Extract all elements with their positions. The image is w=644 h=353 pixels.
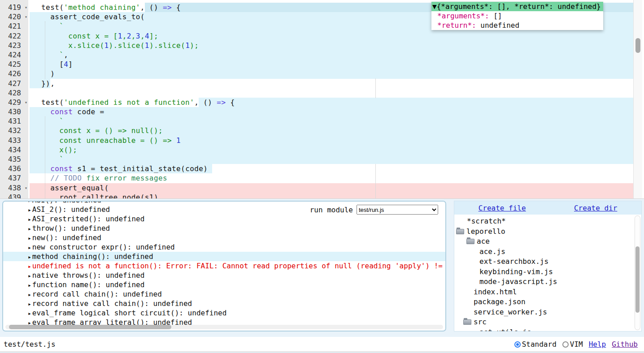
line-number[interactable]: 431	[8, 117, 21, 125]
line-number[interactable]: 423	[8, 41, 21, 50]
line-number[interactable]: 421	[8, 22, 21, 30]
file-tree-item[interactable]: leporello	[454, 227, 641, 237]
create-dir-link[interactable]: Create dir	[574, 204, 617, 212]
test-result-item[interactable]: ▸native throws(): undefined	[3, 271, 445, 280]
fold-arrow-icon[interactable]: ▾	[25, 3, 27, 12]
test-result-item[interactable]: ▸method chaining(): undefined	[3, 252, 445, 261]
code-line[interactable]	[28, 88, 633, 98]
code-line[interactable]: // TODO fix error messages	[28, 173, 633, 183]
results-scrollbar-thumb[interactable]	[9, 325, 171, 329]
code-editor[interactable]: test('method chaining', () => { assert_c…	[0, 0, 644, 199]
line-number[interactable]: 434	[8, 146, 21, 154]
expand-arrow-icon[interactable]: ▸	[28, 282, 31, 288]
files-vertical-scrollbar[interactable]	[635, 215, 640, 330]
code-line[interactable]: const code =	[28, 107, 633, 116]
line-number[interactable]: 435	[8, 155, 21, 164]
line-number[interactable]: 422	[8, 32, 21, 40]
file-tree-item[interactable]: package.json	[454, 297, 641, 307]
create-file-link[interactable]: Create file	[479, 204, 526, 212]
test-result-item[interactable]: ▸ASI(): undefined	[3, 201, 445, 205]
expand-arrow-icon[interactable]: ▸	[28, 207, 31, 213]
expand-arrow-icon[interactable]: ▸	[28, 272, 31, 279]
code-line[interactable]: )	[28, 69, 633, 78]
test-result-item[interactable]: ▸throw(): undefined	[3, 224, 445, 233]
expand-arrow-icon[interactable]: ▸	[28, 310, 31, 317]
expand-arrow-icon[interactable]: ▸	[28, 301, 31, 307]
line-number[interactable]: 437	[8, 174, 21, 182]
help-link[interactable]: Help	[589, 340, 606, 349]
test-result-item[interactable]: ▸undefined is not a function(): Error: F…	[3, 261, 445, 271]
line-number[interactable]: 429	[8, 98, 21, 107]
value-inspector-row[interactable]: *return*: undefined	[431, 21, 603, 30]
line-number[interactable]: 428	[8, 89, 21, 97]
code-line[interactable]: `	[28, 155, 633, 164]
code-line[interactable]: assert_equal(	[28, 183, 633, 193]
expand-arrow-icon[interactable]: ▸	[28, 263, 31, 270]
fold-arrow-icon[interactable]: ▾	[25, 98, 27, 107]
keybinding-vim-option[interactable]: VIM	[562, 340, 583, 349]
expand-arrow-icon[interactable]: ▸	[28, 254, 31, 260]
code-line[interactable]: const x = [1,2,3,4];	[28, 31, 633, 41]
file-tree-item[interactable]: *scratch*	[454, 216, 641, 227]
file-tree-item[interactable]: ext-searchbox.js	[454, 257, 641, 267]
radio-standard[interactable]	[514, 341, 521, 348]
line-number[interactable]: 430	[8, 108, 21, 116]
file-tree-item[interactable]: mode-javascript.js	[454, 277, 641, 287]
test-result-item[interactable]: ▸eval_frame logical short circuit(): und…	[3, 308, 445, 318]
line-number[interactable]: 439	[8, 193, 21, 199]
code-line[interactable]: test('undefined is not a function', () =…	[28, 98, 633, 107]
line-number[interactable]: 424	[8, 51, 21, 59]
line-number[interactable]: 432	[8, 126, 21, 135]
test-result-item[interactable]: ▸record native call chain(): undefined	[3, 299, 445, 308]
file-tree-item[interactable]: service_worker.js	[454, 307, 641, 318]
code-line[interactable]: `,	[28, 50, 633, 60]
code-line[interactable]: const x = () => null();	[28, 126, 633, 135]
file-tree-item[interactable]: index.html	[454, 287, 641, 297]
code-line[interactable]: x.slice(1).slice(1).slice(1);	[28, 41, 633, 50]
expand-arrow-icon[interactable]: ▸	[28, 225, 31, 232]
code-line[interactable]: }),	[28, 79, 633, 88]
file-tree-item[interactable]: ast_utils.js	[454, 327, 641, 332]
radio-vim[interactable]	[562, 341, 569, 348]
expand-arrow-icon[interactable]: ▸	[28, 201, 31, 204]
files-scrollbar-thumb[interactable]	[635, 246, 640, 313]
keybinding-standard-option[interactable]: Standard	[514, 340, 557, 349]
line-number[interactable]: 419	[8, 3, 21, 12]
file-tree-item[interactable]: ace.js	[454, 247, 641, 257]
editor-scrollbar[interactable]	[633, 0, 642, 198]
github-link[interactable]: Github	[612, 340, 638, 349]
results-horizontal-scrollbar[interactable]	[5, 325, 443, 329]
fold-arrow-icon[interactable]: ▾	[25, 183, 27, 193]
test-result-item[interactable]: ▸new(): undefined	[3, 233, 445, 242]
line-number[interactable]: 433	[8, 136, 21, 145]
expand-arrow-icon[interactable]: ▸	[28, 244, 31, 251]
value-inspector-row[interactable]: *arguments*: []	[431, 11, 603, 21]
expand-arrow-icon[interactable]: ▸	[28, 235, 31, 241]
line-number[interactable]: 427	[8, 79, 21, 88]
code-line[interactable]: root_calltree_node(s1)	[28, 193, 633, 199]
code-line[interactable]: [4]	[28, 60, 633, 69]
test-result-item[interactable]: ▸new constructor expr(): undefined	[3, 242, 445, 252]
line-number[interactable]: 425	[8, 60, 21, 69]
line-number[interactable]: 436	[8, 164, 21, 173]
code-line[interactable]: `	[28, 116, 633, 126]
line-number[interactable]: 426	[8, 69, 21, 78]
code-line[interactable]: const unreachable = () => 1	[28, 136, 633, 145]
code-line[interactable]: const s1 = test_initial_state(code)	[28, 164, 633, 173]
fold-arrow-icon[interactable]: ▾	[25, 12, 27, 22]
run-module-select[interactable]: test/run.js	[357, 205, 438, 215]
value-inspector-selected-row[interactable]: ▼{*arguments*: [], *return*: undefined}	[431, 2, 603, 11]
test-result-item[interactable]: ▸record call chain(): undefined	[3, 289, 445, 299]
expand-arrow-icon[interactable]: ▸	[28, 291, 31, 298]
file-tree-item[interactable]: src	[454, 317, 641, 327]
line-number[interactable]: 438	[8, 184, 21, 192]
gutter-line: 424	[0, 50, 28, 60]
file-tree-item[interactable]: ace	[454, 237, 641, 247]
code-line[interactable]: x();	[28, 145, 633, 155]
test-result-item[interactable]: ▸ASI_restrited(): undefined	[3, 214, 445, 224]
expand-arrow-icon[interactable]: ▸	[28, 216, 31, 223]
test-result-item[interactable]: ▸function name(): undefined	[3, 280, 445, 289]
line-number[interactable]: 420	[8, 13, 21, 21]
file-tree-item[interactable]: keybinding-vim.js	[454, 267, 641, 277]
editor-scrollbar-thumb[interactable]	[635, 38, 640, 53]
